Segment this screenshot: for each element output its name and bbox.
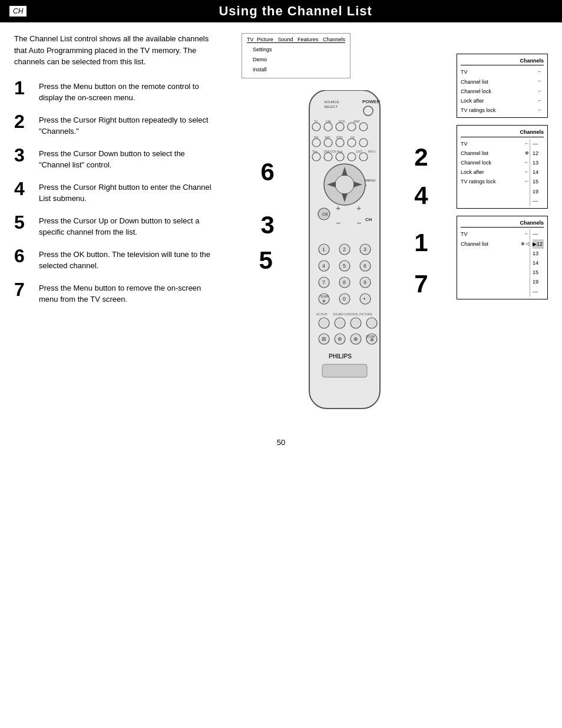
step-text: Press the Cursor Down button to select t… [39,146,214,171]
svg-text:2: 2 [343,246,346,252]
step-item: 1 Press the Menu button on the remote co… [14,78,214,104]
remote-svg: SOURCE SELECT POWER TV CNL VCR AMP HD SA… [292,90,398,420]
callout-5: 5 [259,246,273,275]
left-column: The Channel List control shows all the a… [14,33,214,420]
callout-3: 3 [261,211,275,239]
step-text: Press the OK button. The television will… [39,246,214,272]
callout-2: 2 [414,143,428,172]
svg-text:⊕: ⊕ [370,337,374,342]
step-number: 7 [14,280,33,299]
callout-1: 1 [414,229,428,257]
svg-text:−: − [356,218,361,228]
svg-text:4: 4 [322,263,325,269]
svg-text:SELECT: SELECT [324,105,338,108]
step-item: 3 Press the Cursor Down button to select… [14,146,214,171]
step-item: 5 Press the Cursor Up or Down button to … [14,213,214,238]
step-item: 4 Press the Cursor Right button to enter… [14,179,214,205]
remote-wrapper: 6 3 5 2 4 1 7 SOURCE SELECT POWER TV CNL… [292,90,398,420]
svg-text:SURF: SURF [320,295,329,298]
svg-text:⊗: ⊗ [353,336,358,342]
svg-text:AMP: AMP [353,120,361,123]
svg-text:1: 1 [322,246,325,252]
page-header: CH Using the Channel List [0,0,562,22]
svg-text:SOUND CONTROL PICTURE: SOUND CONTROL PICTURE [333,312,373,316]
svg-point-75 [335,318,345,328]
svg-text:+: + [336,203,340,213]
ch-badge: CH [9,6,27,17]
svg-point-77 [366,318,377,328]
svg-text:CH: CH [365,217,372,222]
screen-diagram-2: Channels TV ← Channel list ⊗ Channel loc… [457,125,548,209]
page-number: 50 [0,438,562,447]
svg-text:•: • [363,296,365,302]
center-column: TV Picture Sound Features Channels Setti… [224,33,447,420]
svg-text:9: 9 [363,279,366,285]
svg-text:POWER: POWER [362,99,380,104]
svg-text:ACTIVO: ACTIVO [316,312,328,316]
right-column: Channels TV ← Channel list ← Channel loc… [457,51,548,420]
step-number: 4 [14,179,33,198]
callout-4: 4 [414,182,428,210]
step-number: 2 [14,112,33,131]
page-title: Using the Channel List [38,4,553,19]
svg-point-74 [319,318,329,328]
svg-text:+: + [356,203,361,213]
svg-text:7: 7 [322,279,325,285]
step-text: Press the Cursor Right button repeatedly… [39,112,214,137]
svg-text:⊕: ⊕ [322,299,326,303]
svg-text:0: 0 [343,296,346,302]
step-text: Press the Cursor Right button to enter t… [39,179,214,205]
svg-text:⊛: ⊛ [338,336,342,342]
svg-text:INFO+: INFO+ [368,150,376,153]
step-number: 3 [14,146,33,164]
svg-rect-88 [322,364,367,377]
step-number: 6 [14,246,33,265]
svg-text:5: 5 [343,263,346,269]
step-item: 2 Press the Cursor Right button repeated… [14,112,214,137]
svg-text:3: 3 [363,246,366,252]
svg-text:SOURCE: SOURCE [324,100,339,104]
svg-text:OK: OK [322,212,328,216]
svg-text:PHILIPS: PHILIPS [329,353,352,360]
callout-7: 7 [414,270,428,298]
svg-text:8: 8 [343,279,346,285]
svg-point-76 [351,318,361,328]
step-item: 7 Press the Menu button to remove the on… [14,280,214,305]
screen-diagram-3: Channels TV ← Channel list ⊗ ◁ - [457,216,548,299]
step-item: 6 Press the OK button. The television wi… [14,246,214,272]
steps-list: 1 Press the Menu button on the remote co… [14,78,214,305]
step-text: Press the Menu button to remove the on-s… [39,280,214,305]
svg-text:6: 6 [363,263,366,269]
svg-text:−: − [336,218,340,228]
main-content: The Channel List control shows all the a… [0,33,562,420]
step-text: Press the Cursor Up or Down button to se… [39,213,214,238]
step-number: 1 [14,78,33,97]
svg-text:MENU: MENU [365,179,376,182]
svg-text:+: + [365,183,367,187]
intro-text: The Channel List control shows all the a… [14,33,214,68]
step-number: 5 [14,213,33,232]
svg-point-33 [335,175,354,194]
step-text: Press the Menu button on the remote cont… [39,78,214,104]
screen-diagram-1: Channels TV ← Channel list ← Channel loc… [457,54,548,118]
callout-6: 6 [261,158,275,186]
svg-text:⊞: ⊞ [322,336,326,342]
